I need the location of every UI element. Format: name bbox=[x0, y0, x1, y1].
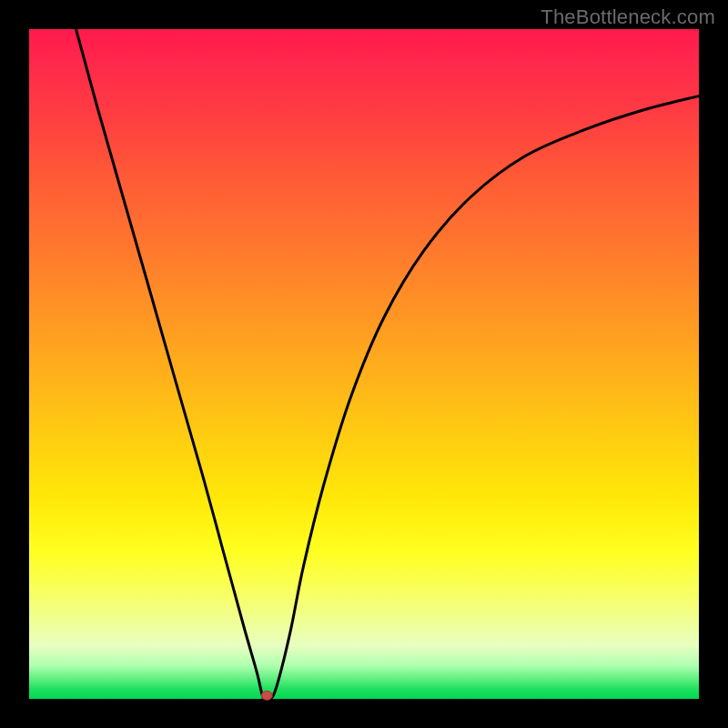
watermark-text: TheBottleneck.com bbox=[541, 5, 715, 29]
bottleneck-curve bbox=[76, 29, 700, 702]
chart-svg bbox=[29, 29, 699, 699]
minimum-marker bbox=[261, 691, 272, 700]
chart-frame: TheBottleneck.com bbox=[0, 0, 728, 728]
plot-area bbox=[29, 29, 699, 699]
